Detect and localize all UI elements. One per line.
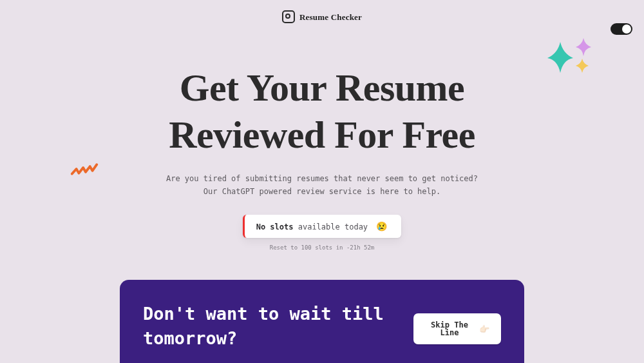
hero: Get Your Resume Reviewed For Free Are yo… — [0, 64, 644, 251]
hero-sub-line-2: Our ChatGPT powered review service is he… — [0, 186, 644, 198]
status-area: No slots available today 😢 Reset to 100 … — [0, 215, 644, 251]
pointing-hand-icon: 👉🏻 — [479, 325, 489, 333]
brand[interactable]: Resume Checker — [282, 10, 362, 23]
hero-title-line-1: Get Your Resume — [180, 66, 464, 109]
header: Resume Checker — [0, 10, 644, 30]
cta-title: Don't want to wait till tomorrow? — [143, 302, 413, 351]
skip-line-button[interactable]: Skip The Line 👉🏻 — [413, 313, 501, 344]
slots-notice: No slots available today 😢 — [243, 215, 402, 238]
cta-card: Don't want to wait till tomorrow? Skip T… — [120, 280, 524, 363]
slots-rest: available today — [293, 222, 372, 231]
hero-title: Get Your Resume Reviewed For Free — [0, 64, 644, 159]
brand-logo-icon — [282, 10, 295, 23]
hero-sub-line-1: Are you tired of submitting resumes that… — [166, 174, 478, 183]
hero-subtitle: Are you tired of submitting resumes that… — [0, 173, 644, 197]
cta-button-label: Skip The Line — [425, 321, 474, 337]
hero-title-line-2: Reviewed For Free — [169, 113, 475, 156]
reset-text: Reset to 100 slots in -21h 52m — [270, 245, 375, 251]
dark-mode-toggle[interactable] — [611, 23, 632, 35]
slots-strong: No slots — [256, 222, 294, 231]
brand-name: Resume Checker — [299, 13, 362, 21]
sad-emoji-icon: 😢 — [376, 221, 387, 231]
cta-copy: Don't want to wait till tomorrow? — [143, 302, 413, 351]
